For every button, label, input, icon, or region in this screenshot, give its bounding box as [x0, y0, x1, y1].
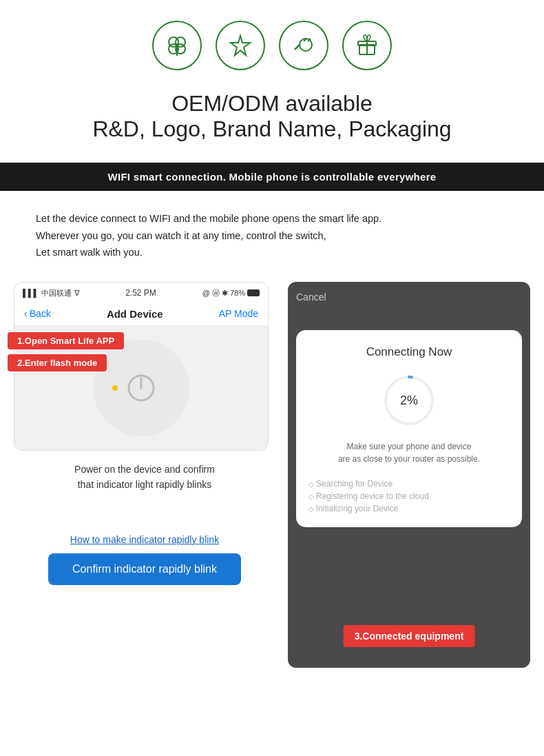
status-right: @ ⓦ ✱ 78% — [202, 288, 260, 298]
star-icon-circle — [216, 21, 265, 70]
connected-label: 3.Connected equipment — [344, 625, 475, 647]
device-display — [93, 340, 189, 436]
search-plug-icon-circle — [279, 21, 328, 70]
svg-point-6 — [300, 39, 312, 51]
back-chevron: ‹ — [24, 308, 28, 319]
power-button-icon — [126, 373, 156, 403]
gift-icon-circle — [342, 21, 392, 70]
confirm-button[interactable]: Confirm indicator rapidly blink — [48, 553, 241, 585]
status-left: ▌▌▌ 中国联通 ∇ — [23, 288, 79, 298]
phones-section: ▌▌▌ 中国联通 ∇ 2:52 PM @ ⓦ ✱ 78% ‹ Back Add … — [0, 275, 544, 688]
top-icons-section — [0, 0, 544, 84]
connecting-card: Connecting Now 2% Make sure your phone a… — [296, 330, 522, 527]
nav-title: Add Device — [107, 308, 163, 320]
ap-mode-button[interactable]: AP Mode — [219, 308, 258, 319]
description-content: Let the device connect to WIFI and the m… — [36, 213, 381, 258]
status-item-1: Searching for Device — [308, 478, 510, 490]
status-item-2: Registering device to the cloud — [308, 490, 510, 502]
back-label[interactable]: Back — [30, 308, 51, 319]
status-icons: @ ⓦ ✱ 78% — [202, 288, 245, 298]
wifi-banner-text: WIFI smart connection. Mobile phone is c… — [107, 171, 436, 183]
open-app-label: 1.Open Smart Life APP — [8, 332, 124, 349]
status-time: 2:52 PM — [125, 288, 156, 298]
wifi-banner: WIFI smart connection. Mobile phone is c… — [0, 163, 544, 191]
caption-line1: Power on the device and confirm — [14, 462, 275, 477]
back-button[interactable]: ‹ Back — [24, 308, 51, 319]
caption-line2: that indicator light rapidly blinks — [14, 477, 275, 492]
subtitle-line1: Make sure your phone and device — [308, 440, 510, 453]
carrier-name: 中国联通 — [41, 288, 72, 298]
wifi-symbol: ∇ — [74, 289, 79, 298]
nav-bar: ‹ Back Add Device AP Mode — [14, 303, 268, 326]
left-phone-screen: ▌▌▌ 中国联通 ∇ 2:52 PM @ ⓦ ✱ 78% ‹ Back Add … — [14, 282, 269, 451]
description-text: Let the device connect to WIFI and the m… — [0, 191, 544, 275]
subtitle-line2: are as close to your router as possible. — [308, 453, 510, 465]
left-phone: ▌▌▌ 中国联通 ∇ 2:52 PM @ ⓦ ✱ 78% ‹ Back Add … — [14, 282, 275, 585]
status-item-3: Initializing your Device — [308, 502, 510, 515]
clover-icon-circle — [152, 21, 202, 70]
status-bar: ▌▌▌ 中国联通 ∇ 2:52 PM @ ⓦ ✱ 78% — [14, 283, 268, 303]
progress-circle-container: 2% — [308, 373, 510, 428]
svg-marker-5 — [231, 36, 250, 55]
flash-mode-label: 2.Enter flash mode — [8, 354, 107, 371]
signal-bars: ▌▌▌ — [23, 289, 39, 297]
progress-percent: 2% — [400, 393, 418, 407]
cancel-button[interactable]: Cancel — [296, 292, 522, 303]
how-to-link-container[interactable]: How to make indicator rapidly blink — [14, 534, 275, 545]
how-to-link-text[interactable]: How to make indicator rapidly blink — [14, 534, 275, 545]
oem-line2: R&D, Logo, Brand Name, Packaging — [0, 116, 544, 142]
oem-section: OEM/ODM available R&D, Logo, Brand Name,… — [0, 84, 544, 163]
status-list: Searching for Device Registering device … — [308, 478, 510, 515]
connecting-subtitle: Make sure your phone and device are as c… — [308, 440, 510, 465]
right-phone: Cancel Connecting Now 2% Make sure your … — [288, 282, 530, 668]
connecting-title: Connecting Now — [308, 345, 510, 359]
oem-line1: OEM/ODM available — [0, 91, 544, 116]
battery-icon — [247, 289, 260, 296]
progress-circle: 2% — [381, 373, 437, 428]
left-caption: Power on the device and confirm that ind… — [14, 462, 275, 493]
yellow-dot — [112, 385, 118, 391]
